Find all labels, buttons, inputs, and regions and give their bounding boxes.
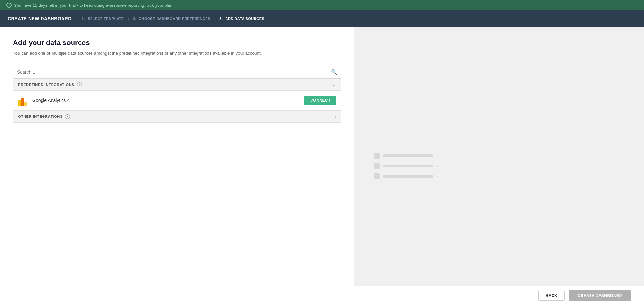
preview-thumb-1 — [374, 153, 380, 159]
page-title: CREATE NEW DASHBOARD — [8, 16, 72, 21]
preview-arrow-2: › — [437, 163, 438, 169]
predefined-label: PREDEFINED INTEGRATIONS — [18, 83, 74, 87]
preview-line-2 — [383, 165, 433, 167]
step-arrow-2: › — [214, 16, 216, 21]
step-2-number: 2. — [133, 17, 136, 21]
other-info-icon: i — [65, 114, 70, 119]
search-icon: 🔍 — [331, 69, 337, 75]
google-analytics-icon — [18, 95, 28, 106]
integration-name: Google Analytics 4 — [32, 98, 70, 103]
google-analytics-item: Google Analytics 4 CONNECT — [13, 91, 341, 110]
modal-subheading: You can add one or multiple data sources… — [13, 50, 341, 57]
step-3: 3. ADD DATA SOURCES — [219, 17, 264, 21]
preview-arrow-3: › — [437, 174, 438, 179]
back-button[interactable]: BACK — [538, 291, 565, 301]
step-1-number: 1. — [82, 17, 85, 21]
predefined-label-group: PREDEFINED INTEGRATIONS i — [18, 82, 82, 87]
step-3-number: 3. — [219, 17, 223, 21]
step-2-label: CHOOSE DASHBOARD PREFERENCES — [139, 17, 210, 21]
bottom-action-bar: BACK CREATE DASHBOARD — [0, 286, 644, 305]
preview-line-3 — [383, 175, 433, 178]
search-bar[interactable]: 🔍 — [13, 66, 341, 79]
preview-row-2: › — [374, 163, 438, 169]
modal-body: Add your data sources You can add one or… — [0, 27, 354, 284]
trial-banner-text: You have 11 days left in your trial - to… — [14, 3, 174, 8]
preview-arrow-1: › — [437, 153, 438, 158]
other-integrations-header[interactable]: OTHER INTEGRATIONS i › — [13, 110, 341, 123]
preview-card: › › › — [374, 153, 438, 179]
other-label: OTHER INTEGRATIONS — [18, 115, 62, 118]
bottom-right: BACK CREATE DASHBOARD — [538, 290, 631, 301]
preview-thumb-3 — [374, 173, 380, 179]
other-chevron-icon: › — [335, 114, 336, 119]
step-arrow-1: › — [128, 16, 129, 21]
other-label-group: OTHER INTEGRATIONS i — [18, 114, 70, 119]
create-dashboard-button[interactable]: CREATE DASHBOARD — [569, 290, 631, 301]
right-panel: › › › — [354, 27, 644, 305]
modal-heading: Add your data sources — [13, 39, 341, 47]
preview-row-1: › — [374, 153, 438, 159]
integration-left: Google Analytics 4 — [18, 95, 70, 106]
predefined-integrations-header[interactable]: PREDEFINED INTEGRATIONS i ⌄ — [13, 79, 341, 91]
connect-button[interactable]: CONNECT — [304, 96, 336, 105]
preview-row-3: › — [374, 173, 438, 179]
predefined-chevron-icon: ⌄ — [332, 82, 336, 87]
predefined-info-icon: i — [77, 82, 82, 87]
step-1: 1. SELECT TEMPLATE — [82, 17, 124, 21]
search-input[interactable] — [17, 69, 331, 75]
preview-line-1 — [383, 154, 433, 157]
info-circle-icon: i — [6, 3, 12, 8]
preview-thumb-2 — [374, 163, 380, 169]
step-2: 2. CHOOSE DASHBOARD PREFERENCES — [133, 17, 210, 21]
main-content: Add your data sources You can add one or… — [0, 27, 644, 305]
header-bar: CREATE NEW DASHBOARD 1. SELECT TEMPLATE … — [0, 10, 644, 27]
step-1-label: SELECT TEMPLATE — [88, 17, 124, 21]
trial-banner: i You have 11 days left in your trial - … — [0, 0, 644, 10]
step-3-label: ADD DATA SOURCES — [225, 17, 264, 21]
step-navigation: 1. SELECT TEMPLATE › 2. CHOOSE DASHBOARD… — [82, 16, 264, 21]
modal-area: Add your data sources You can add one or… — [0, 27, 354, 305]
